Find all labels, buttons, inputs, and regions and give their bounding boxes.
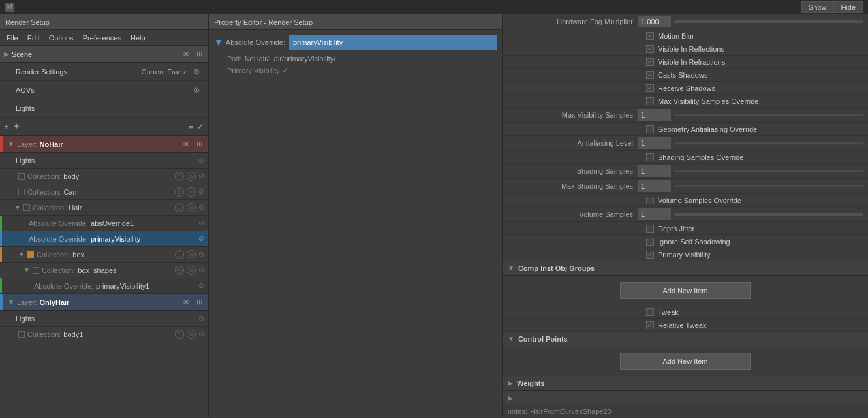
hide-button[interactable]: Hide: [833, 1, 863, 13]
extra-section-arrow[interactable]: ▶: [508, 394, 513, 402]
collection-hair-arrow[interactable]: ▼: [14, 204, 21, 211]
geo-aa-checkbox[interactable]: [646, 125, 654, 133]
onlyhair-lights-label: Lights: [16, 315, 198, 323]
abs-override1-prefix: Absolute Override:: [29, 219, 88, 227]
path-label: Path: [227, 55, 242, 63]
abs-override-pv-disable-icon[interactable]: ⊘: [198, 234, 204, 243]
scene-collapse-arrow[interactable]: ▶: [4, 50, 9, 57]
primary-visibility-cb-label: Primary Visibility: [658, 251, 710, 259]
shading-samples-override-label: Shading Samples Override: [658, 153, 743, 161]
toolbar-check-icon[interactable]: ✓: [197, 121, 204, 131]
comp-inst-arrow[interactable]: ▼: [508, 265, 514, 272]
collection-boxshapes-expand-icon[interactable]: ◇: [175, 266, 184, 275]
collection-body-expand-icon[interactable]: □: [175, 172, 184, 181]
collection-body1-disable-icon[interactable]: ⊘: [198, 330, 204, 338]
collection-body1-expand-icon[interactable]: □: [175, 330, 184, 339]
abs-override-pv1-prefix: Absolute Override:: [34, 282, 93, 290]
collection-hair-disable-icon[interactable]: ⊘: [198, 203, 204, 212]
nohair-render-icon[interactable]: ⊞: [194, 139, 204, 150]
show-button[interactable]: Show: [801, 1, 834, 13]
collection-body-name: body: [63, 172, 175, 180]
collection-box-name: box: [72, 251, 175, 259]
menu-help[interactable]: Help: [127, 33, 149, 43]
max-vis-override-checkbox[interactable]: [646, 97, 654, 105]
visible-reflections-checkbox[interactable]: [646, 45, 654, 53]
collection-cam-disable-icon[interactable]: ⊘: [198, 187, 204, 196]
collection-hair-circle-icon[interactable]: ○: [187, 203, 196, 212]
visible-refractions-checkbox[interactable]: [646, 58, 654, 66]
menu-options[interactable]: Options: [45, 33, 78, 43]
ignore-self-shadow-checkbox[interactable]: [646, 238, 654, 246]
primary-visibility-label: Primary Visibility: [227, 67, 279, 74]
override-collapse-arrow[interactable]: ▼: [214, 37, 223, 48]
relative-tweak-checkbox[interactable]: [646, 321, 654, 329]
nohair-lights-disable-icon[interactable]: ⊘: [198, 156, 204, 165]
collection-boxshapes-circle-icon[interactable]: ○: [187, 266, 196, 275]
override-value: primaryVisibility: [293, 39, 343, 46]
primary-visibility-check[interactable]: ✓: [282, 65, 289, 75]
nohair-visibility-icon[interactable]: 👁: [181, 139, 191, 150]
weights-label: Weights: [517, 379, 545, 387]
tweak-checkbox[interactable]: [646, 308, 654, 316]
app-icon: M: [5, 3, 14, 12]
scene-visibility-icon[interactable]: 👁: [181, 49, 191, 59]
volume-samples-label: Volume Samples: [508, 210, 638, 218]
onlyhair-collapse-arrow[interactable]: ▼: [8, 298, 14, 306]
aovs-gear-icon[interactable]: ⚙: [193, 86, 200, 95]
abs-override-pv-name: primaryVisibility: [91, 235, 198, 243]
onlyhair-visibility-icon[interactable]: 👁: [181, 297, 191, 308]
render-settings-label: Render Settings: [16, 68, 141, 76]
aa-level-value[interactable]: 1: [641, 139, 645, 147]
collection-boxshapes-disable-icon[interactable]: ⊘: [198, 266, 204, 274]
receive-shadows-checkbox[interactable]: [646, 84, 654, 92]
toolbar-add-icon[interactable]: +: [4, 121, 9, 131]
collection-body1-circle-icon[interactable]: ○: [187, 330, 196, 339]
render-settings-gear-icon[interactable]: ⚙: [193, 67, 200, 76]
shading-samples-value[interactable]: 1: [641, 167, 645, 175]
collection-boxshapes-name: box_shapes: [78, 266, 175, 274]
aa-level-label: Antialiasing Level: [508, 139, 638, 147]
casts-shadows-checkbox[interactable]: [646, 71, 654, 79]
override-label: Absolute Override:: [226, 39, 285, 46]
hardware-fog-value[interactable]: 1.000: [641, 18, 659, 25]
onlyhair-render-icon[interactable]: ⊞: [194, 297, 204, 308]
abs-override1-disable-icon[interactable]: ⊘: [198, 219, 204, 227]
menu-edit[interactable]: Edit: [23, 33, 44, 43]
add-new-item-2-button[interactable]: Add New Item: [620, 353, 751, 370]
collection-hair-expand-icon[interactable]: □: [175, 203, 184, 212]
toolbar-star-icon[interactable]: ✦: [13, 121, 20, 131]
abs-override-pv1-name: primaryVisibility1: [96, 282, 198, 290]
shading-samples-override-checkbox[interactable]: [646, 153, 654, 161]
weights-arrow[interactable]: ▶: [508, 379, 513, 387]
collection-box-expand-icon[interactable]: □: [175, 250, 184, 259]
scene-label: Scene: [12, 50, 181, 58]
add-new-item-1-button[interactable]: Add New Item: [620, 282, 751, 299]
collection-box-bar: [0, 247, 2, 262]
control-points-arrow[interactable]: ▼: [508, 335, 514, 342]
collection-body-circle-icon[interactable]: ○: [187, 172, 196, 181]
motion-blur-checkbox[interactable]: [646, 32, 654, 40]
primary-visibility-checkbox[interactable]: [646, 251, 654, 259]
menu-file[interactable]: File: [3, 33, 22, 43]
collection-cam-expand-icon[interactable]: □: [175, 187, 184, 197]
max-vis-override-label: Max Visibility Samples Override: [658, 97, 758, 105]
onlyhair-lights-disable-icon[interactable]: ⊘: [198, 314, 204, 323]
collection-box-circle-icon[interactable]: ○: [187, 250, 196, 259]
render-settings-value: Current Frame: [141, 68, 188, 76]
abs-override-pv1-disable-icon[interactable]: ⊘: [198, 281, 204, 290]
max-shading-samples-value[interactable]: 1: [641, 182, 645, 190]
nohair-collapse-arrow[interactable]: ▼: [8, 140, 14, 148]
menu-preferences[interactable]: Preferences: [79, 33, 125, 43]
collection-box-arrow[interactable]: ▼: [18, 251, 25, 258]
collection-boxshapes-arrow[interactable]: ▼: [23, 266, 30, 274]
nohair-layer-name: NoHair: [39, 140, 181, 148]
max-vis-samples-value[interactable]: 1: [641, 111, 645, 119]
collection-body-disable-icon[interactable]: ⊘: [198, 172, 204, 180]
scene-settings-icon[interactable]: ⊞: [194, 49, 204, 59]
toolbar-filter-icon[interactable]: ≡: [188, 121, 193, 131]
depth-jitter-checkbox[interactable]: [646, 225, 654, 233]
collection-cam-circle-icon[interactable]: ○: [187, 187, 196, 197]
collection-box-disable-icon[interactable]: ⊘: [198, 250, 204, 259]
volume-samples-value[interactable]: 1: [641, 210, 645, 218]
volume-samples-override-checkbox[interactable]: [646, 197, 654, 204]
